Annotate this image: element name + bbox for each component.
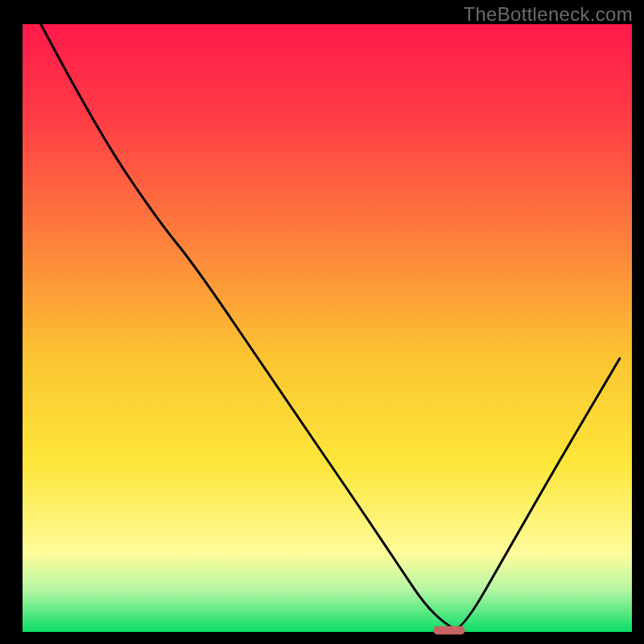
chart-container: TheBottleneck.com <box>0 0 644 644</box>
optimal-point-marker <box>433 626 464 635</box>
watermark-text: TheBottleneck.com <box>463 3 633 26</box>
chart-gradient-background <box>23 24 632 632</box>
bottleneck-chart <box>0 0 644 644</box>
